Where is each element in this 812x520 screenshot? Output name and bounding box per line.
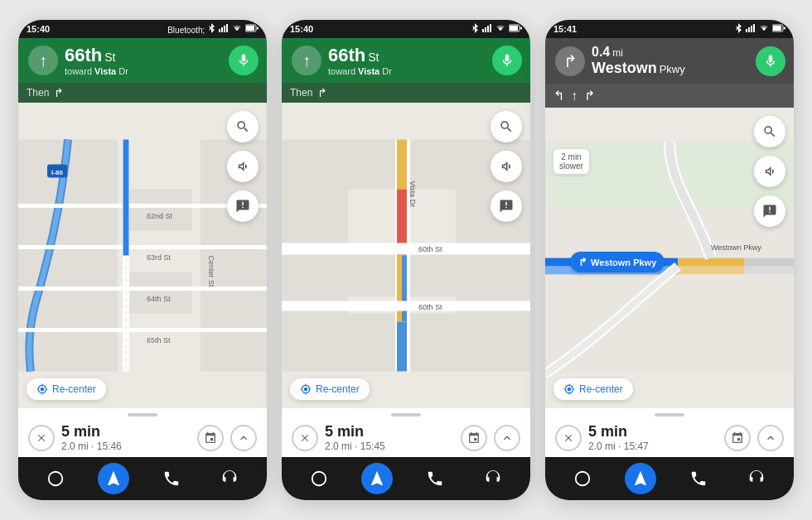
close-button-2[interactable] bbox=[292, 425, 318, 451]
nav-info-2: 66th St toward Vista Dr bbox=[328, 45, 392, 76]
up-arrow-icon-2: ↑ bbox=[302, 52, 311, 69]
svg-rect-10 bbox=[126, 272, 192, 314]
trip-details-3: 2.0 mi · 15:47 bbox=[588, 441, 718, 452]
then-label-1: Then bbox=[27, 87, 49, 99]
svg-rect-6 bbox=[257, 27, 259, 30]
then-arrow-icon-1: ↱ bbox=[54, 86, 64, 99]
headset-nav-2[interactable] bbox=[477, 463, 509, 494]
svg-rect-46 bbox=[402, 256, 407, 322]
nav-header-3: ↱ 0.4 mi Westown Pkwy bbox=[545, 38, 794, 84]
trip-time-2: 5 min bbox=[325, 423, 454, 441]
trip-text-1: 5 min 2.0 mi · 15:46 bbox=[61, 423, 191, 452]
status-icons-3 bbox=[734, 23, 785, 35]
routes-button-1[interactable] bbox=[197, 425, 224, 451]
mic-button-3[interactable] bbox=[756, 46, 785, 76]
search-button-3[interactable] bbox=[754, 116, 785, 147]
mic-button-1[interactable] bbox=[229, 46, 259, 75]
svg-rect-70 bbox=[678, 258, 744, 267]
trip-time-1: 5 min bbox=[61, 423, 191, 441]
trip-actions-3 bbox=[724, 425, 784, 451]
nav-direction-2: ↑ bbox=[292, 46, 321, 75]
svg-text:I-80: I-80 bbox=[51, 169, 63, 176]
map-svg-1: 62nd St 63rd St 64th St 65th St Center S… bbox=[18, 103, 267, 408]
recenter-button-2[interactable]: Re-center bbox=[290, 378, 370, 400]
svg-rect-73 bbox=[744, 267, 794, 275]
phone-nav-3[interactable] bbox=[683, 463, 714, 494]
close-button-3[interactable] bbox=[555, 425, 582, 451]
expand-button-3[interactable] bbox=[757, 425, 784, 451]
navigation-nav-2[interactable] bbox=[361, 463, 393, 494]
nav-left-2: ↑ 66th St toward Vista Dr bbox=[292, 45, 492, 76]
report-button-2[interactable] bbox=[491, 190, 522, 222]
street-name-3: Westown bbox=[592, 60, 657, 77]
sound-button-3[interactable] bbox=[754, 156, 785, 187]
phone-nav-2[interactable] bbox=[419, 463, 451, 494]
svg-rect-5 bbox=[246, 26, 254, 31]
svg-rect-61 bbox=[773, 26, 781, 31]
svg-text:65th St: 65th St bbox=[147, 336, 171, 344]
home-nav-1[interactable] bbox=[40, 463, 71, 494]
home-nav-2[interactable] bbox=[303, 463, 335, 494]
expand-button-2[interactable] bbox=[494, 425, 520, 451]
routes-button-2[interactable] bbox=[461, 425, 487, 451]
home-nav-3[interactable] bbox=[567, 463, 598, 494]
expand-button-1[interactable] bbox=[230, 425, 257, 451]
sound-button-1[interactable] bbox=[227, 151, 259, 182]
svg-text:Westown Pkwy: Westown Pkwy bbox=[711, 243, 761, 252]
up-arrow-icon-1: ↑ bbox=[39, 52, 47, 69]
status-bar-3: 15:41 bbox=[545, 20, 794, 38]
map-area-3: Westown Pkwy 2 min slower ↱ Westown Pkwy… bbox=[545, 108, 794, 408]
search-button-2[interactable] bbox=[491, 111, 522, 142]
sound-button-2[interactable] bbox=[491, 151, 522, 182]
nav-header-1: ↑ 66th St toward Vista Dr bbox=[18, 38, 267, 83]
svg-point-55 bbox=[312, 472, 326, 486]
report-button-3[interactable] bbox=[754, 195, 785, 227]
bottom-panel-2: 5 min 2.0 mi · 15:45 bbox=[282, 408, 530, 457]
nav-toward-1: toward Vista Dr bbox=[65, 66, 128, 76]
drag-handle-2[interactable] bbox=[391, 413, 421, 416]
status-time-2: 15:40 bbox=[290, 24, 313, 34]
recenter-label-2: Re-center bbox=[316, 383, 360, 395]
distance-3: 0.4 bbox=[592, 45, 610, 60]
trip-actions-2 bbox=[461, 425, 520, 451]
turn-indicators-3: ↰ ↑ ↱ bbox=[545, 84, 794, 108]
wifi-icon-3 bbox=[759, 24, 769, 34]
signal-icon-3 bbox=[746, 24, 756, 34]
recenter-button-1[interactable]: Re-center bbox=[27, 378, 106, 400]
recenter-label-3: Re-center bbox=[579, 383, 623, 395]
drag-handle-3[interactable] bbox=[655, 413, 684, 416]
svg-rect-48 bbox=[402, 322, 407, 372]
nav-left-1: ↑ 66th St toward Vista Dr bbox=[28, 45, 229, 76]
status-time-1: 15:40 bbox=[27, 24, 50, 34]
svg-point-26 bbox=[49, 472, 63, 486]
nav-left-3: ↱ 0.4 mi Westown Pkwy bbox=[555, 45, 756, 77]
trip-text-3: 5 min 2.0 mi · 15:47 bbox=[588, 423, 718, 452]
bottom-nav-2 bbox=[282, 457, 530, 500]
svg-rect-45 bbox=[397, 256, 402, 322]
recenter-button-3[interactable]: Re-center bbox=[553, 378, 633, 400]
street-suffix-2: St bbox=[368, 51, 379, 64]
status-bar-2: 15:40 bbox=[282, 20, 530, 38]
headset-nav-1[interactable] bbox=[214, 463, 245, 494]
routes-button-3[interactable] bbox=[724, 425, 751, 451]
navigation-nav-3[interactable] bbox=[625, 463, 656, 494]
phone-nav-1[interactable] bbox=[156, 463, 187, 494]
search-button-1[interactable] bbox=[227, 111, 259, 142]
bluetooth-icon-3 bbox=[734, 23, 742, 35]
close-button-1[interactable] bbox=[28, 425, 55, 451]
street-suffix-1: St bbox=[104, 51, 115, 64]
bottom-nav-3 bbox=[545, 457, 794, 500]
svg-rect-3 bbox=[226, 24, 228, 32]
turn-left-icon-3: ↰ bbox=[553, 88, 564, 104]
navigation-nav-1[interactable] bbox=[98, 463, 129, 494]
status-icons-1: Bluetooth; bbox=[167, 23, 259, 35]
report-button-1[interactable] bbox=[227, 190, 259, 222]
svg-rect-62 bbox=[784, 27, 785, 30]
drag-handle-1[interactable] bbox=[128, 413, 157, 416]
svg-rect-2 bbox=[224, 26, 225, 32]
mic-button-2[interactable] bbox=[492, 46, 522, 75]
headset-nav-3[interactable] bbox=[741, 463, 772, 494]
battery-icon-3 bbox=[772, 24, 785, 34]
bluetooth-icon-2 bbox=[471, 23, 479, 35]
battery-icon-2 bbox=[509, 24, 522, 34]
